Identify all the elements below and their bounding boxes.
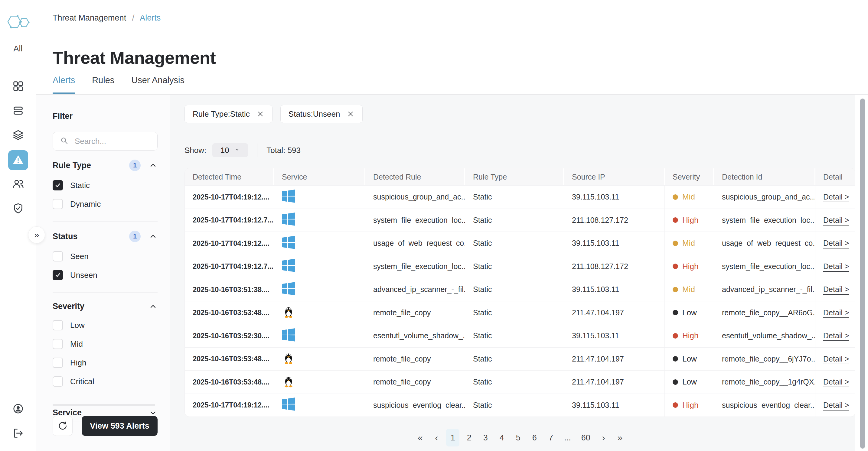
filter-option-label: Static [70,181,90,190]
cell-service [274,209,365,232]
filter-option-mid[interactable]: Mid [53,339,158,349]
pagination-item-ellipsis[interactable]: ... [560,429,575,447]
filter-section-options: Low Mid High Critical [53,320,158,387]
table-row: 2025-10-16T03:53:48.... remote_file_copy… [185,347,855,371]
checkbox[interactable] [53,270,63,280]
pagination-item-2[interactable]: 2 [462,429,476,447]
filter-chip[interactable]: Rule Type:Static [185,105,273,123]
detail-link[interactable]: Detail > [823,285,849,294]
table-row: 2025-10-16T03:53:48.... remote_file_copy… [185,301,855,324]
pagination-item-next[interactable]: › [597,429,610,447]
checkbox[interactable] [53,320,63,330]
cell-detail: Detail > [815,278,855,301]
page-size-value: 10 [220,146,229,155]
cell-severity: High [665,394,714,417]
tab-alerts[interactable]: Alerts [53,75,75,94]
tab-bar: AlertsRulesUser Analysis [53,75,185,94]
page-title: Threat Management [53,47,216,68]
detail-link[interactable]: Detail > [823,239,849,248]
page-size-select[interactable]: 10 [212,143,248,157]
breadcrumb-threat-management[interactable]: Threat Management [53,13,126,22]
filter-option-seen[interactable]: Seen [53,251,158,261]
pagination-item-first[interactable]: « [413,429,427,447]
filter-option-high[interactable]: High [53,358,158,368]
severity-badge: Low [682,354,697,364]
severity-dot [673,356,678,361]
app-logo[interactable] [5,13,31,31]
filter-option-dynamic[interactable]: Dynamic [53,199,158,209]
filter-section-header[interactable]: Severity [53,302,158,311]
pagination-item-prev[interactable]: ‹ [430,429,443,447]
expand-panel-button[interactable]: » [28,226,45,243]
checkbox[interactable] [53,339,63,349]
pagination-item-5[interactable]: 5 [512,429,525,447]
pagination-item-60[interactable]: 60 [578,429,594,447]
filter-scrollbar[interactable] [53,404,155,406]
cell-detected-rule: remote_file_copy [365,301,465,324]
filter-section-title: Rule Type [53,161,129,170]
vertical-scrollbar[interactable] [860,99,865,449]
severity-badge: High [682,400,698,410]
cell-source-ip: 39.115.103.11 [564,394,665,417]
pagination-item-4[interactable]: 4 [495,429,508,447]
sidebar-item-security[interactable] [9,200,27,218]
checkbox[interactable] [53,199,63,209]
detail-link[interactable]: Detail > [823,262,849,271]
detail-link[interactable]: Detail > [823,308,849,317]
view-alerts-button[interactable]: View 593 Alerts [82,416,158,436]
cell-service [274,278,365,301]
filter-option-label: Seen [70,252,89,261]
filter-section-header[interactable]: Status 1 [53,231,158,242]
pagination-item-7[interactable]: 7 [544,429,557,447]
pagination-item-1[interactable]: 1 [446,429,459,447]
cell-detection-id: system_file_execution_loc... [714,209,815,232]
breadcrumb-alerts[interactable]: Alerts [140,13,161,22]
filter-section-header[interactable]: Rule Type 1 [53,160,158,171]
detail-link[interactable]: Detail > [823,378,849,386]
detail-link[interactable]: Detail > [823,355,849,363]
page-header: Threat Management / Alerts Threat Manage… [36,0,868,95]
filter-option-static[interactable]: Static [53,180,158,190]
tab-user-analysis[interactable]: User Analysis [131,75,185,94]
checkbox[interactable] [53,376,63,387]
sidebar-item-all[interactable]: All [13,44,22,54]
severity-dot [673,402,678,408]
filter-option-low[interactable]: Low [53,320,158,330]
filter-chip[interactable]: Status:Unseen [280,105,363,123]
linux-icon [282,375,295,390]
cell-severity: Low [665,348,714,371]
search-input[interactable] [74,136,151,146]
show-label: Show: [185,146,206,155]
filter-option-critical[interactable]: Critical [53,376,158,387]
detail-link[interactable]: Detail > [823,401,849,410]
logout-button[interactable] [9,425,27,443]
breadcrumb: Threat Management / Alerts [53,13,161,23]
checkbox[interactable] [53,358,63,368]
detail-link[interactable]: Detail > [823,331,849,340]
cell-severity: Low [665,371,714,393]
profile-button[interactable] [9,400,27,418]
cell-detected-rule: advanced_ip_scanner_-_fil... [365,278,465,301]
sidebar-item-lists[interactable] [9,102,27,120]
cell-severity: Mid [665,232,714,255]
refresh-button[interactable] [53,416,72,436]
checkbox[interactable] [53,180,63,190]
chip-remove-icon[interactable] [347,110,354,118]
tab-rules[interactable]: Rules [92,75,114,94]
filter-search[interactable] [53,132,158,151]
sidebar-item-dashboard[interactable] [9,78,27,96]
filter-option-unseen[interactable]: Unseen [53,270,158,280]
sidebar-item-alerts[interactable] [8,150,28,170]
detail-link[interactable]: Detail > [823,216,849,225]
pagination-item-last[interactable]: » [613,429,627,447]
cell-detected-time: 2025-10-17T04:19:12.... [185,232,274,255]
sidebar-item-layers[interactable] [9,127,27,144]
cell-detected-rule: usage_of_web_request_co... [365,232,465,255]
chip-remove-icon[interactable] [256,110,264,118]
detail-link[interactable]: Detail > [823,193,849,201]
checkbox[interactable] [53,251,63,261]
sidebar-item-users[interactable] [9,176,27,193]
filter-option-label: Low [70,321,85,330]
pagination-item-3[interactable]: 3 [479,429,492,447]
pagination-item-6[interactable]: 6 [528,429,541,447]
